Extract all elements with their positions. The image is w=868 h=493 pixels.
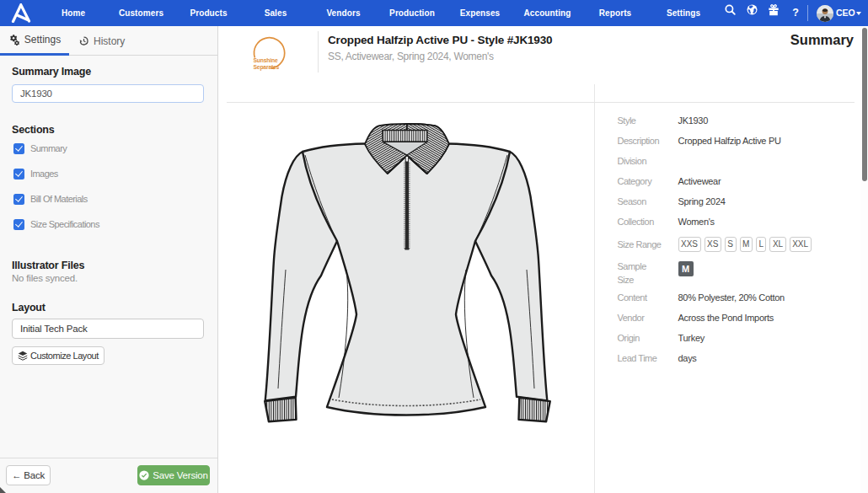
svg-text:Sunshine: Sunshine [254,57,278,63]
svg-text:Separates: Separates [254,64,280,71]
